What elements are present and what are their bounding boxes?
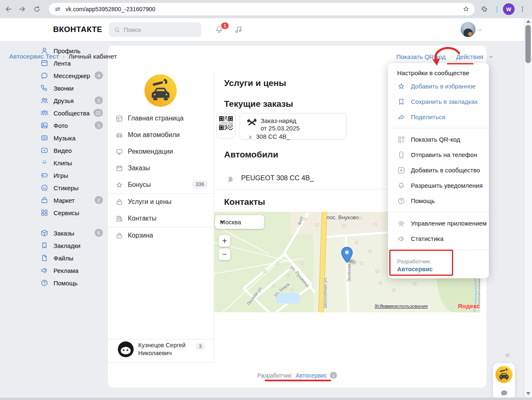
floating-app-widget[interactable] xyxy=(493,363,515,400)
yandex-logo[interactable]: Яндекс xyxy=(458,302,480,309)
sidebar-item[interactable]: Фото 1 xyxy=(37,119,104,132)
extensions-icon[interactable] xyxy=(481,5,488,13)
sidebar-item[interactable]: Файлы xyxy=(37,252,104,264)
info-icon[interactable]: i xyxy=(330,372,337,379)
music-note-icon[interactable] xyxy=(234,25,243,36)
current-orders-title: Текущие заказы xyxy=(224,99,293,109)
map-zoom-out-button[interactable]: − xyxy=(219,248,230,260)
sidebar-item[interactable]: Сообщества 22 xyxy=(37,107,104,119)
services-icon xyxy=(40,209,49,217)
annotation-red-rectangle xyxy=(389,250,453,276)
app-footer: Разработчик: Автосервис i xyxy=(108,372,486,379)
map-zoom-in-button[interactable]: + xyxy=(219,235,230,247)
reload-icon[interactable] xyxy=(33,5,41,13)
sidebar-item[interactable]: Мессенджер 4 xyxy=(37,69,104,82)
sidebar-item[interactable]: Звонки xyxy=(37,82,104,94)
actions-dropdown-menu: Настройки в сообществе Добавить в избран… xyxy=(388,63,489,278)
sidebar-item[interactable]: Музыка xyxy=(37,132,104,144)
scrollbar-thumb[interactable] xyxy=(525,25,531,63)
bookmark-star-icon[interactable] xyxy=(462,5,470,13)
share-icon xyxy=(397,113,405,121)
dropdown-item[interactable]: Разрешить уведомления xyxy=(388,178,489,193)
dropdown-item[interactable]: Поделиться xyxy=(388,109,489,125)
chevron-down-icon[interactable] xyxy=(488,54,493,59)
sidebar-item[interactable]: Заказы 6 xyxy=(37,227,104,239)
map-pin-icon[interactable] xyxy=(341,247,353,263)
forward-icon[interactable] xyxy=(18,5,26,13)
user-avatar[interactable] xyxy=(461,22,476,37)
recommend-icon xyxy=(115,148,123,156)
map-terms-link[interactable]: Условия использования xyxy=(375,304,428,309)
sidebar-item[interactable]: Клипы xyxy=(37,157,104,169)
dropdown-item[interactable]: Добавить в избранное xyxy=(388,79,489,94)
sidebar-item[interactable]: Игры xyxy=(37,169,104,182)
dropdown-item[interactable]: Статистика xyxy=(388,231,489,246)
back-icon[interactable] xyxy=(5,5,12,13)
services-title: Услуги и цены xyxy=(224,78,286,88)
chevron-down-icon[interactable] xyxy=(477,27,483,32)
annotation-red-arrow xyxy=(430,46,461,68)
app-menu-item[interactable]: Бонусы 336 xyxy=(108,177,214,193)
dropdown-item[interactable]: Управление приложением xyxy=(388,216,489,231)
sidebar-main-group: Профиль Лента Мессенджер 4 Звонки Друзья… xyxy=(37,44,104,219)
sidebar-item[interactable]: Реклама xyxy=(37,264,104,277)
app-avatar-logo[interactable] xyxy=(144,74,177,107)
order-title: Заказ-наряд xyxy=(261,117,296,124)
chat-bubble-icon[interactable] xyxy=(500,389,509,398)
dropdown-item[interactable]: Показать QR-код xyxy=(388,132,489,147)
order-qr-thumbnail[interactable] xyxy=(216,113,236,138)
qr-icon xyxy=(397,135,405,144)
address-bar[interactable]: vk.com/app53952800_-231607900 xyxy=(49,3,475,15)
app-widget-logo[interactable] xyxy=(495,366,512,383)
megaphone-icon xyxy=(397,235,405,243)
search-input[interactable]: Поиск xyxy=(109,22,201,37)
help-icon xyxy=(397,197,405,205)
collapse-chevrons-icon[interactable]: « xyxy=(505,350,509,359)
qr-code-image xyxy=(219,116,233,130)
page-scrollbar[interactable] xyxy=(524,18,532,398)
app-menu-item[interactable]: Мои автомобили xyxy=(108,127,214,143)
bookmark-icon xyxy=(397,98,405,106)
scrollbar-up-arrow[interactable] xyxy=(526,20,530,23)
dropdown-item[interactable]: Помощь xyxy=(388,193,489,209)
app-menu-item[interactable]: Контакты xyxy=(108,210,214,227)
dropdown-item[interactable]: Сохранить в закладках xyxy=(388,94,489,109)
dropdown-item[interactable]: Добавить в сообщество xyxy=(388,162,489,178)
vk-wordmark[interactable]: ВКОНТАКТЕ xyxy=(53,25,102,34)
breadcrumb-app-link[interactable]: Автосервис Тест xyxy=(9,53,59,60)
user-card[interactable]: Кузнецов Сергей Николаевич 3 xyxy=(118,341,210,357)
friends-icon xyxy=(40,96,49,105)
url-text[interactable]: vk.com/app53952800_-231607900 xyxy=(66,6,458,12)
site-settings-icon[interactable] xyxy=(54,5,61,13)
bag-icon xyxy=(115,232,123,240)
developer-link[interactable]: Автосервис xyxy=(296,372,327,379)
order-card[interactable]: Заказ-наряд от 25.03.2025 308 CC 4B_ xyxy=(239,113,347,140)
dropdown-item[interactable]: Отправить на телефон xyxy=(388,147,489,162)
scrollbar-down-arrow[interactable] xyxy=(526,392,530,395)
app-menu: Главная страница Мои автомобили Рекоменд… xyxy=(108,110,214,244)
sidebar-item[interactable]: Друзья 1 xyxy=(37,94,104,107)
sidebar-item[interactable]: Сервисы xyxy=(37,206,104,219)
clips-icon xyxy=(40,159,49,167)
sidebar-item[interactable]: Закладки xyxy=(37,239,104,252)
browser-menu-icon[interactable] xyxy=(519,5,526,13)
browser-profile-avatar[interactable]: W xyxy=(503,3,515,15)
city-select[interactable]: Москва xyxy=(215,215,264,229)
search-placeholder: Поиск xyxy=(124,26,141,33)
order-car-name: 308 CC 4B_ xyxy=(256,133,290,140)
app-menu-item[interactable]: Рекомендации xyxy=(108,143,214,160)
notifications-badge: 1 xyxy=(220,22,229,30)
sidebar-item[interactable]: Маркет 2 xyxy=(37,194,104,206)
sidebar-item[interactable]: Видео xyxy=(37,144,104,157)
app-menu-item[interactable]: Главная страница xyxy=(108,110,214,127)
app-menu-item[interactable]: Заказы xyxy=(108,160,214,177)
app-menu-item[interactable]: Корзина xyxy=(108,227,214,244)
sidebar-item[interactable]: Стикеры xyxy=(37,182,104,194)
sidebar-item[interactable]: Помощь xyxy=(37,277,104,289)
car-list-item[interactable]: PEUGEOT 308 CC 4B_ xyxy=(225,172,314,184)
annotation-underline-developer xyxy=(265,380,331,381)
sidebar-badge: 22 xyxy=(93,109,103,117)
tools-icon xyxy=(246,117,257,128)
app-menu-item[interactable]: Услуги и цены xyxy=(108,194,214,210)
star-icon xyxy=(115,181,123,189)
